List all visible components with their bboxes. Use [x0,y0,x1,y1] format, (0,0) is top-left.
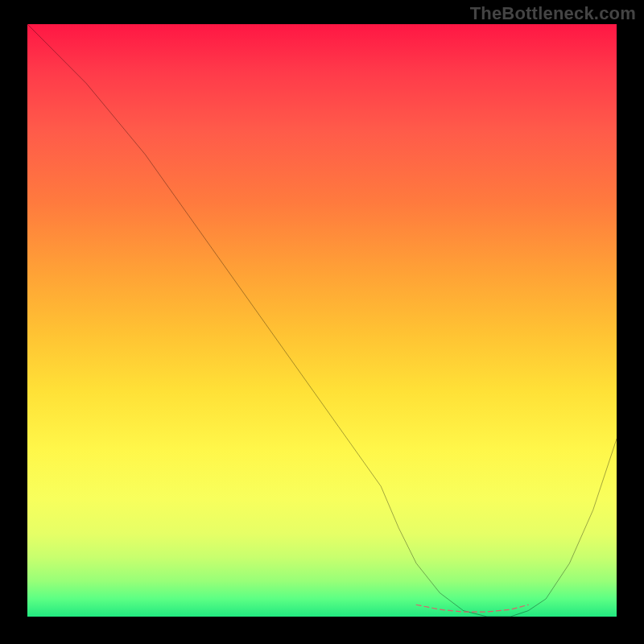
plot-area [27,24,617,617]
bottleneck-curve-path [27,24,617,617]
optimal-band-path [416,605,528,612]
chart-stage: TheBottleneck.com [0,0,644,644]
watermark-text: TheBottleneck.com [470,3,636,24]
curve-layer [27,24,617,617]
